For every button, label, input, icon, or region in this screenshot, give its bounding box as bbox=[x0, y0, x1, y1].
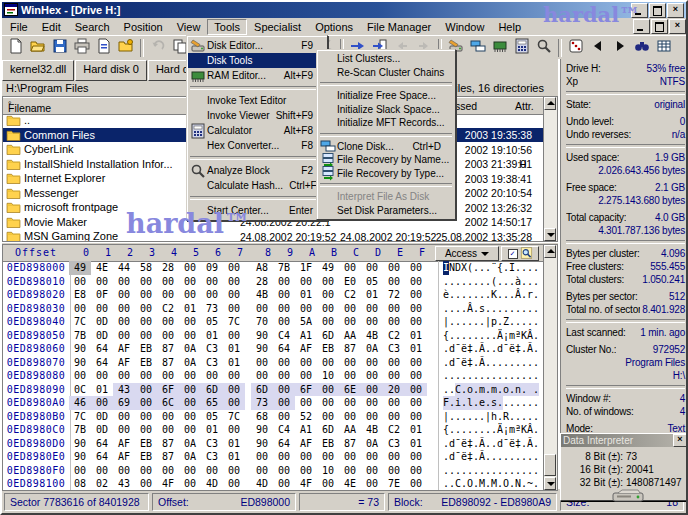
hex-byte[interactable]: 00 bbox=[113, 423, 135, 437]
hex-byte[interactable]: 00 bbox=[339, 302, 361, 316]
hex-byte[interactable]: 00 bbox=[295, 450, 317, 464]
hex-byte[interactable]: 00 bbox=[113, 369, 135, 383]
hex-byte[interactable]: 05 bbox=[201, 410, 223, 424]
hex-byte[interactable]: 00 bbox=[157, 288, 179, 302]
hex-byte[interactable]: 00 bbox=[317, 477, 339, 490]
hex-byte[interactable]: EB bbox=[317, 437, 339, 451]
hex-byte[interactable]: 00 bbox=[69, 302, 91, 316]
hex-char[interactable]: . bbox=[533, 464, 539, 478]
hex-byte[interactable]: 0A bbox=[179, 450, 201, 464]
hex-char[interactable]: . bbox=[533, 342, 539, 356]
hex-byte[interactable]: 00 bbox=[69, 275, 91, 289]
hex-byte[interactable]: 00 bbox=[113, 275, 135, 289]
hex-byte[interactable]: 00 bbox=[69, 464, 91, 478]
hex-byte[interactable]: 00 bbox=[135, 288, 157, 302]
hex-byte[interactable]: 01 bbox=[179, 302, 201, 316]
hex-byte[interactable]: EB bbox=[317, 342, 339, 356]
hex-byte[interactable]: 4D bbox=[251, 477, 273, 490]
hex-byte[interactable]: 0D bbox=[91, 410, 113, 424]
hex-byte[interactable]: 09 bbox=[201, 261, 223, 275]
hex-byte[interactable]: C2 bbox=[339, 288, 361, 302]
hex-byte[interactable]: 00 bbox=[113, 410, 135, 424]
hex-byte[interactable]: 01 bbox=[201, 423, 223, 437]
hex-byte[interactable]: C3 bbox=[383, 437, 405, 451]
hex-char[interactable]: . bbox=[533, 329, 539, 343]
hex-byte[interactable]: 00 bbox=[317, 356, 339, 370]
hex-byte[interactable]: 00 bbox=[179, 464, 201, 478]
accessed-column-header[interactable]: ssed bbox=[455, 100, 477, 112]
menu-options[interactable]: Options bbox=[308, 19, 360, 35]
menu-edit[interactable]: Edit bbox=[35, 19, 68, 35]
new-file-button[interactable] bbox=[5, 37, 27, 59]
hex-byte[interactable]: 49 bbox=[317, 261, 339, 275]
hex-byte[interactable]: 00 bbox=[361, 356, 383, 370]
hex-byte[interactable]: 4D bbox=[201, 477, 223, 490]
hex-byte[interactable]: 01 bbox=[361, 288, 383, 302]
hex-byte[interactable]: 01 bbox=[201, 329, 223, 343]
hex-char[interactable]: . bbox=[533, 315, 539, 329]
hex-byte[interactable]: 00 bbox=[361, 383, 383, 397]
hex-byte[interactable]: 64 bbox=[91, 356, 113, 370]
find-button[interactable] bbox=[631, 37, 653, 59]
hex-byte[interactable]: 00 bbox=[135, 369, 157, 383]
sync-view-toggle[interactable]: ✓ bbox=[501, 246, 539, 261]
scroll-thumb[interactable] bbox=[544, 454, 556, 476]
scroll-up-button[interactable] bbox=[544, 97, 556, 110]
hex-byte[interactable]: 58 bbox=[135, 261, 157, 275]
hex-byte[interactable]: 6E bbox=[339, 383, 361, 397]
hex-byte[interactable]: 00 bbox=[179, 477, 201, 490]
hex-byte[interactable]: 46 bbox=[69, 396, 91, 410]
hex-byte[interactable]: 00 bbox=[179, 383, 201, 397]
hex-byte[interactable]: 00 bbox=[405, 369, 427, 383]
menu-item-set-disk-parameters[interactable]: Set Disk Parameters... bbox=[318, 204, 454, 218]
hex-byte[interactable]: 10 bbox=[317, 369, 339, 383]
hex-byte[interactable]: 00 bbox=[361, 315, 383, 329]
hex-byte[interactable]: 00 bbox=[113, 329, 135, 343]
hex-byte[interactable]: 01 bbox=[405, 423, 427, 437]
hex-byte[interactable]: 00 bbox=[135, 396, 157, 410]
hex-byte[interactable]: 00 bbox=[317, 450, 339, 464]
hex-byte[interactable]: 01 bbox=[405, 329, 427, 343]
hex-char[interactable]: . bbox=[533, 410, 539, 424]
hex-byte[interactable]: 68 bbox=[251, 410, 273, 424]
hex-byte[interactable]: 00 bbox=[251, 464, 273, 478]
hex-byte[interactable]: 00 bbox=[223, 396, 245, 410]
hex-byte[interactable]: 90 bbox=[69, 356, 91, 370]
hex-byte[interactable]: 00 bbox=[405, 396, 427, 410]
menu-item-initialize-free-space[interactable]: Initialize Free Space... bbox=[318, 89, 454, 103]
child-close-button[interactable]: × bbox=[669, 19, 686, 34]
menu-item-disk-editor[interactable]: Disk Editor...F9 bbox=[188, 38, 326, 53]
hex-byte[interactable]: 00 bbox=[295, 356, 317, 370]
hex-byte[interactable]: 20 bbox=[383, 383, 405, 397]
hex-byte[interactable]: E0 bbox=[339, 275, 361, 289]
hex-byte[interactable]: 00 bbox=[317, 302, 339, 316]
close-icon[interactable]: × bbox=[673, 434, 687, 447]
hex-byte[interactable]: 00 bbox=[383, 450, 405, 464]
hex-byte[interactable]: AF bbox=[113, 342, 135, 356]
hex-byte[interactable]: 00 bbox=[383, 396, 405, 410]
hex-byte[interactable]: 4E bbox=[339, 477, 361, 490]
hex-byte[interactable]: 00 bbox=[295, 275, 317, 289]
menu-file-manager[interactable]: File Manager bbox=[360, 19, 438, 35]
hex-byte[interactable]: 7C bbox=[223, 315, 245, 329]
hex-byte[interactable]: 00 bbox=[295, 369, 317, 383]
scroll-up-button[interactable] bbox=[544, 245, 556, 258]
hex-byte[interactable]: 00 bbox=[405, 315, 427, 329]
hex-byte[interactable]: 00 bbox=[405, 464, 427, 478]
hex-byte[interactable]: 7C bbox=[223, 410, 245, 424]
hex-byte[interactable]: 01 bbox=[295, 288, 317, 302]
hex-byte[interactable]: 00 bbox=[201, 464, 223, 478]
hex-byte[interactable]: 00 bbox=[361, 302, 383, 316]
analyze-button[interactable] bbox=[533, 37, 555, 59]
next-button[interactable] bbox=[609, 37, 631, 59]
hex-byte[interactable]: 05 bbox=[201, 315, 223, 329]
child-restore-button[interactable] bbox=[651, 19, 668, 34]
hex-byte[interactable]: 4F bbox=[295, 477, 317, 490]
hex-byte[interactable]: 00 bbox=[273, 464, 295, 478]
hex-byte[interactable]: 00 bbox=[135, 410, 157, 424]
hex-byte[interactable]: 00 bbox=[223, 423, 245, 437]
hex-byte[interactable]: EB bbox=[135, 356, 157, 370]
hex-byte[interactable]: 00 bbox=[157, 369, 179, 383]
hex-byte[interactable]: C2 bbox=[383, 329, 405, 343]
hex-byte[interactable]: 1F bbox=[295, 261, 317, 275]
